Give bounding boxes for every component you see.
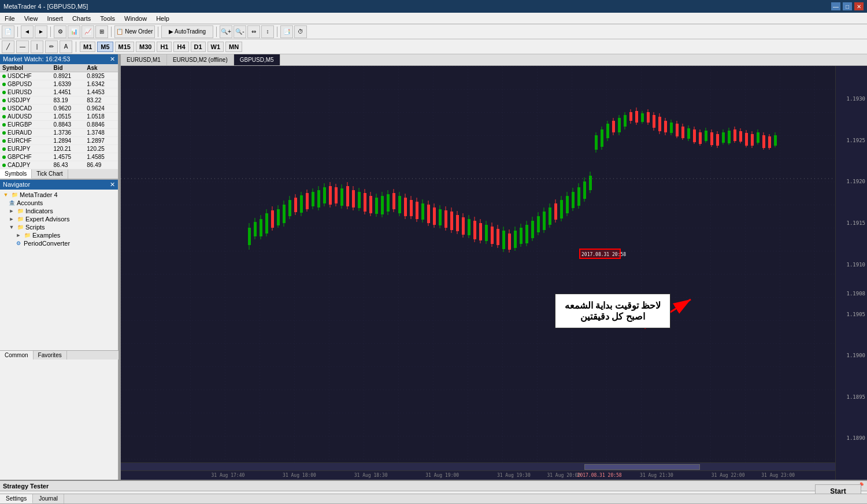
- tf-sep1: [76, 42, 76, 52]
- autotrading-btn[interactable]: ▶ AutoTrading: [161, 25, 213, 38]
- tf-m1[interactable]: M1: [80, 42, 95, 52]
- market-watch-tabs: Symbols Tick Chart: [0, 169, 118, 179]
- time-2300: 31 Aug 23:00: [761, 473, 795, 478]
- new-order-btn[interactable]: 📋 New Order: [114, 25, 155, 38]
- market-watch-title: Market Watch: 16:24:53: [3, 55, 70, 63]
- chart-tab-gbpusd-m5[interactable]: GBPUSD,M5: [234, 54, 280, 65]
- price-1900: 1.1900: [846, 353, 865, 358]
- navigator-close[interactable]: ✕: [110, 181, 115, 188]
- new-chart-btn[interactable]: 📄: [2, 25, 14, 38]
- root-folder-icon: 📁: [11, 191, 18, 198]
- mw-bid: 0.8921: [51, 72, 85, 80]
- market-watch-close[interactable]: ✕: [110, 55, 115, 63]
- period-btn[interactable]: ⏱: [294, 25, 307, 38]
- tab-favorites[interactable]: Favorites: [34, 351, 67, 360]
- tab-tick-chart[interactable]: Tick Chart: [32, 169, 68, 179]
- nav-scripts[interactable]: ▼ 📁 Scripts: [1, 223, 117, 231]
- forward-btn[interactable]: ►: [35, 25, 47, 38]
- market-watch-header: Market Watch: 16:24:53 ✕: [0, 54, 118, 64]
- ea-folder-icon: 📁: [17, 216, 24, 223]
- nav-metatrader4[interactable]: ▼ 📁 MetaTrader 4: [1, 191, 117, 199]
- pencil-tool[interactable]: ✏: [45, 40, 58, 53]
- tf-d1[interactable]: D1: [191, 42, 206, 52]
- time-2000: 31 Aug 20:00: [547, 473, 580, 478]
- menu-charts[interactable]: Charts: [68, 14, 95, 23]
- nav-period-converter[interactable]: ⚙ PeriodConverter: [1, 239, 117, 247]
- tf-h4[interactable]: H4: [173, 42, 188, 52]
- market-watch-row[interactable]: GBPCHF 1.4575 1.4585: [0, 153, 118, 161]
- menu-help[interactable]: Help: [151, 14, 174, 23]
- mw-bid: 86.43: [51, 161, 85, 169]
- close-button[interactable]: ✕: [854, 2, 864, 10]
- tab-symbols[interactable]: Symbols: [0, 169, 32, 179]
- zoom-in-btn[interactable]: 🔍+: [220, 25, 232, 38]
- nav-examples[interactable]: ► 📁 Examples: [1, 231, 117, 239]
- market-watch-row[interactable]: CADJPY 86.43 86.49: [0, 161, 118, 169]
- price-scale: 1.1930 1.1925 1.1920 1.1915 1.1910 1.190…: [835, 66, 867, 480]
- period-sep-btn[interactable]: ⊞: [95, 25, 108, 38]
- mw-symbol: GBPCHF: [0, 153, 51, 161]
- sep4: [158, 27, 158, 37]
- mw-symbol: EURCHF: [0, 137, 51, 145]
- menu-view[interactable]: View: [20, 14, 43, 23]
- scroll-thumb[interactable]: [584, 464, 700, 470]
- chart-tab-eurusd-m2[interactable]: EURUSD,M2 (offline): [167, 54, 234, 65]
- chart-autoscroll-btn[interactable]: ↕: [261, 25, 274, 38]
- nav-ea-label: Expert Advisors: [25, 216, 69, 223]
- nav-indicators-label: Indicators: [25, 207, 53, 214]
- tf-m30[interactable]: M30: [136, 42, 155, 52]
- chart-btn[interactable]: 📈: [81, 25, 94, 38]
- examples-folder-icon: 📁: [24, 232, 31, 239]
- tf-w1[interactable]: W1: [208, 42, 224, 52]
- chart-tab-eurusd-m1[interactable]: EURUSD,M1: [121, 54, 167, 65]
- menu-insert[interactable]: Insert: [42, 14, 68, 23]
- menu-tools[interactable]: Tools: [95, 14, 120, 23]
- back-btn[interactable]: ◄: [21, 25, 34, 38]
- minimize-button[interactable]: —: [831, 2, 840, 10]
- tab-settings[interactable]: Settings: [0, 494, 33, 503]
- indicators-btn[interactable]: 📊: [68, 25, 80, 38]
- indicators-folder-icon: 📁: [17, 207, 24, 214]
- market-watch-row[interactable]: USDCHF 0.8921 0.8925: [0, 72, 118, 80]
- nav-period-converter-label: PeriodConverter: [24, 240, 70, 247]
- chart-canvas[interactable]: GBPUSD,M5 1.1907 1.1908 1.1907 1.1908: [121, 66, 867, 480]
- price-1890: 1.1890: [846, 435, 865, 441]
- nav-indicators[interactable]: ► 📁 Indicators: [1, 207, 117, 215]
- tf-mn[interactable]: MN: [225, 42, 242, 52]
- market-watch-row[interactable]: GBPUSD 1.6339 1.6342: [0, 80, 118, 88]
- svg-rect-1: [121, 66, 835, 462]
- tpl-btn[interactable]: 📑: [280, 25, 293, 38]
- market-watch-body: USDCHF 0.8921 0.8925 GBPUSD 1.6339 1.634…: [0, 72, 118, 169]
- nav-accounts-label: Accounts: [17, 199, 43, 206]
- left-panel: Market Watch: 16:24:53 ✕ Symbol Bid Ask …: [0, 54, 118, 480]
- tab-common[interactable]: Common: [0, 351, 34, 360]
- line-tool[interactable]: ╱: [2, 40, 14, 53]
- tf-h1[interactable]: H1: [157, 42, 172, 52]
- nav-accounts[interactable]: 🏦 Accounts: [1, 199, 117, 207]
- menu-file[interactable]: File: [0, 14, 20, 23]
- mw-ask: 0.9624: [84, 105, 118, 113]
- main-layout: Market Watch: 16:24:53 ✕ Symbol Bid Ask …: [0, 54, 867, 480]
- mw-bid: 1.3736: [51, 129, 85, 137]
- nav-expert-advisors[interactable]: ► 📁 Expert Advisors: [1, 215, 117, 223]
- market-watch-row[interactable]: USDCAD 0.9620 0.9624: [0, 105, 118, 113]
- menu-window[interactable]: Window: [120, 14, 151, 23]
- market-watch-row[interactable]: EURUSD 1.4451 1.4453: [0, 88, 118, 97]
- chart-scroll-btn[interactable]: ⇔: [247, 25, 260, 38]
- tf-m15[interactable]: M15: [115, 42, 134, 52]
- text-tool[interactable]: A: [60, 40, 72, 53]
- market-watch-row[interactable]: EURGBP 0.8843 0.8846: [0, 121, 118, 129]
- market-watch-row[interactable]: EURCHF 1.2894 1.2897: [0, 137, 118, 145]
- hline-tool[interactable]: —: [16, 40, 29, 53]
- tab-journal[interactable]: Journal: [33, 494, 64, 503]
- vline-tool[interactable]: |: [31, 40, 43, 53]
- market-watch-row[interactable]: USDJPY 83.19 83.22: [0, 97, 118, 105]
- experts-btn[interactable]: ⚙: [54, 25, 66, 38]
- market-watch-row[interactable]: AUDUSD 1.0515 1.0518: [0, 113, 118, 121]
- tf-m5[interactable]: M5: [97, 42, 113, 52]
- maximize-button[interactable]: □: [843, 2, 852, 10]
- market-watch-row[interactable]: EURJPY 120.21 120.25: [0, 145, 118, 153]
- zoom-out-btn[interactable]: 🔍-: [234, 25, 246, 38]
- chart-scroll[interactable]: [121, 462, 835, 470]
- market-watch-row[interactable]: EURAUD 1.3736 1.3748: [0, 129, 118, 137]
